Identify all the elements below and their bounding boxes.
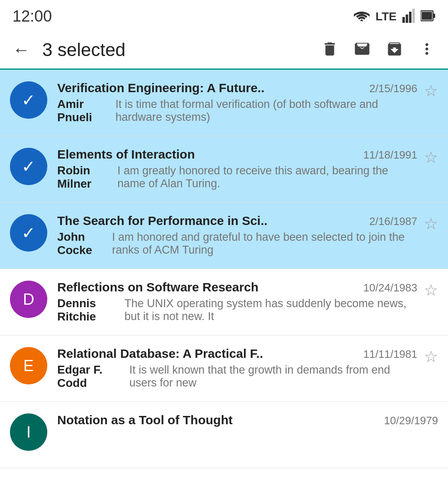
email-sender-row: John Cocke I am honored and grateful to … xyxy=(57,230,417,257)
avatar[interactable]: E xyxy=(10,347,47,384)
svg-rect-6 xyxy=(422,12,432,20)
email-preview: It is time that formal verification (of … xyxy=(115,98,417,124)
delete-button[interactable] xyxy=(321,40,338,59)
star-button[interactable]: ☆ xyxy=(424,282,438,298)
email-content: Elements of Interaction 11/18/1991 Robin… xyxy=(57,146,417,192)
avatar[interactable]: ✓ xyxy=(10,214,47,252)
email-item[interactable]: I Notation as a Tool of Thought 10/29/19… xyxy=(0,402,448,468)
email-preview: It is well known that the growth in dema… xyxy=(129,364,417,389)
lte-label: LTE xyxy=(375,10,397,23)
email-sender: Robin Milner xyxy=(57,164,113,191)
email-content: Verification Engineering: A Future.. 2/1… xyxy=(57,80,417,126)
email-sender: John Cocke xyxy=(57,230,108,257)
email-preview: I am greatly honored to receive this awa… xyxy=(117,164,417,190)
email-item[interactable]: ✓ Elements of Interaction 11/18/1991 Rob… xyxy=(0,136,448,203)
email-preview: I am honored and grateful to have been s… xyxy=(112,231,417,257)
star-button[interactable]: ☆ xyxy=(424,349,438,364)
email-sender: Edgar F. Codd xyxy=(57,363,125,390)
email-sender-row: Dennis Ritchie The UNIX operating system… xyxy=(57,297,417,323)
email-content: The Search for Performance in Sci.. 2/16… xyxy=(57,213,417,259)
battery-icon xyxy=(421,9,436,24)
svg-rect-1 xyxy=(406,15,408,23)
selected-count-label: 3 selected xyxy=(42,39,309,60)
checkmark-icon: ✓ xyxy=(22,90,36,110)
email-top: Verification Engineering: A Future.. 2/1… xyxy=(57,80,417,96)
avatar[interactable]: ✓ xyxy=(10,148,47,185)
delete-icon xyxy=(321,40,338,58)
email-item[interactable]: D Reflections on Software Research 10/24… xyxy=(0,269,448,335)
email-top: Relational Database: A Practical F.. 11/… xyxy=(57,345,417,362)
back-button[interactable]: ← xyxy=(12,41,30,59)
email-date: 2/16/1987 xyxy=(369,215,417,228)
svg-rect-5 xyxy=(433,14,435,18)
star-button[interactable]: ☆ xyxy=(424,216,438,232)
email-item[interactable]: E Relational Database: A Practical F.. 1… xyxy=(0,335,448,402)
checkmark-icon: ✓ xyxy=(22,157,36,176)
email-date: 11/11/1981 xyxy=(363,348,417,361)
checkmark-icon: ✓ xyxy=(22,223,36,242)
email-date: 2/15/1996 xyxy=(369,82,417,95)
wifi-icon xyxy=(354,10,370,23)
email-top: The Search for Performance in Sci.. 2/16… xyxy=(57,213,417,229)
email-preview: The UNIX operating system has suddenly b… xyxy=(124,297,417,323)
signal-icon xyxy=(402,9,415,24)
email-sender-row: Amir Pnueli It is time that formal verif… xyxy=(57,98,417,124)
avatar[interactable]: ✓ xyxy=(10,81,47,119)
email-subject: Reflections on Software Research xyxy=(57,279,357,295)
email-subject: Notation as a Tool of Thought xyxy=(57,412,377,428)
avatar[interactable]: D xyxy=(10,281,47,318)
email-sender-row: Robin Milner I am greatly honored to rec… xyxy=(57,164,417,191)
svg-rect-2 xyxy=(409,12,411,23)
svg-rect-3 xyxy=(412,9,415,23)
avatar[interactable]: I xyxy=(10,413,47,451)
email-content: Reflections on Software Research 10/24/1… xyxy=(57,279,417,325)
email-content: Notation as a Tool of Thought 10/29/1979 xyxy=(57,412,438,430)
email-subject: The Search for Performance in Sci.. xyxy=(57,213,363,229)
svg-rect-0 xyxy=(402,17,405,23)
email-item[interactable]: ✓ The Search for Performance in Sci.. 2/… xyxy=(0,203,448,269)
star-button[interactable]: ☆ xyxy=(424,149,438,165)
more-icon xyxy=(418,40,436,58)
email-subject: Elements of Interaction xyxy=(57,146,357,162)
status-bar: 12:00 LTE xyxy=(0,0,448,31)
email-date: 11/18/1991 xyxy=(363,149,417,161)
email-sender-row: Edgar F. Codd It is well known that the … xyxy=(57,363,417,390)
open-mail-icon xyxy=(353,40,371,58)
avatar-letter: I xyxy=(27,423,31,441)
email-date: 10/29/1979 xyxy=(384,414,438,427)
email-item[interactable]: ✓ Verification Engineering: A Future.. 2… xyxy=(0,70,448,136)
email-top: Notation as a Tool of Thought 10/29/1979 xyxy=(57,412,438,428)
archive-button[interactable] xyxy=(386,40,403,59)
email-top: Reflections on Software Research 10/24/1… xyxy=(57,279,417,295)
email-content: Relational Database: A Practical F.. 11/… xyxy=(57,345,417,391)
avatar-letter: D xyxy=(23,291,34,308)
email-list: ✓ Verification Engineering: A Future.. 2… xyxy=(0,70,448,468)
email-date: 10/24/1983 xyxy=(363,281,417,294)
star-button[interactable]: ☆ xyxy=(424,83,438,99)
more-button[interactable] xyxy=(418,40,436,59)
email-sender: Amir Pnueli xyxy=(57,98,111,124)
email-sender: Dennis Ritchie xyxy=(57,297,120,323)
status-time: 12:00 xyxy=(12,7,52,25)
toolbar: ← 3 selected xyxy=(0,31,448,70)
toolbar-actions xyxy=(321,40,436,59)
archive-icon xyxy=(386,40,403,58)
mark-read-button[interactable] xyxy=(353,40,371,59)
avatar-letter: E xyxy=(23,357,34,375)
email-subject: Verification Engineering: A Future.. xyxy=(57,80,363,96)
email-top: Elements of Interaction 11/18/1991 xyxy=(57,146,417,162)
email-subject: Relational Database: A Practical F.. xyxy=(57,345,357,362)
status-icons: LTE xyxy=(354,9,436,24)
